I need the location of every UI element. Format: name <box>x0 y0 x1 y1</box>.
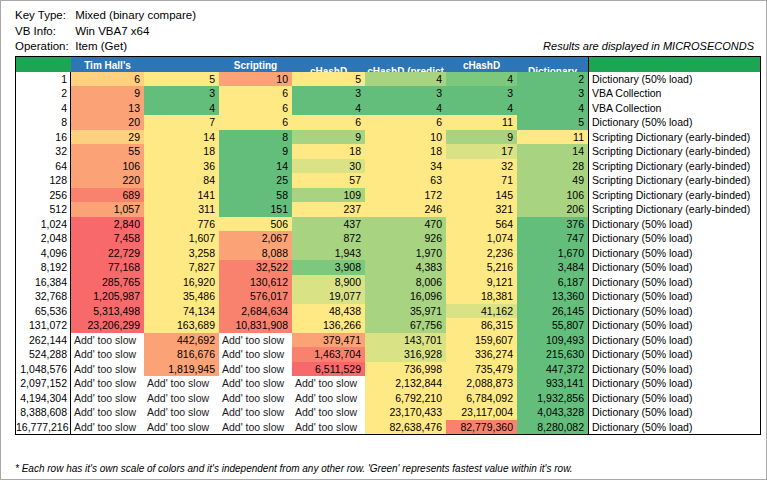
fastest-cell[interactable]: Dictionary (50% load) <box>588 260 760 275</box>
value-cell[interactable]: 8,006 <box>365 275 446 290</box>
value-cell[interactable]: 2,067 <box>219 231 292 246</box>
value-cell[interactable]: 10,831,908 <box>219 318 292 333</box>
value-cell[interactable]: 26,145 <box>517 304 588 319</box>
value-cell[interactable]: 16,096 <box>365 289 446 304</box>
value-cell[interactable]: 2,840 <box>71 217 144 232</box>
value-cell[interactable]: 13,360 <box>517 289 588 304</box>
fastest-cell[interactable]: Dictionary (50% load) <box>588 231 760 246</box>
value-cell[interactable]: 9 <box>219 144 292 159</box>
items-cell[interactable]: 524,288 <box>16 347 71 362</box>
value-cell[interactable]: Add' too slow <box>144 405 219 420</box>
value-cell[interactable]: 576,017 <box>219 289 292 304</box>
value-cell[interactable]: 41,162 <box>446 304 517 319</box>
fastest-cell[interactable]: Scripting Dictionary (early-binded) <box>588 159 760 174</box>
fastest-cell[interactable]: Dictionary (50% load) <box>588 376 760 391</box>
value-cell[interactable]: 2,684,634 <box>219 304 292 319</box>
value-cell[interactable]: 1,932,856 <box>517 391 588 406</box>
value-cell[interactable]: 321 <box>446 202 517 217</box>
value-cell[interactable]: 3 <box>144 86 219 101</box>
value-cell[interactable]: Add' too slow <box>144 420 219 435</box>
value-cell[interactable]: 1,819,945 <box>144 362 219 377</box>
value-cell[interactable]: 3 <box>292 86 365 101</box>
items-cell[interactable]: 8 <box>16 115 71 130</box>
value-cell[interactable]: Add' too slow <box>71 362 144 377</box>
value-cell[interactable]: 10 <box>365 130 446 145</box>
value-cell[interactable]: 3,258 <box>144 246 219 261</box>
value-cell[interactable]: 55,807 <box>517 318 588 333</box>
value-cell[interactable]: 2 <box>517 72 588 87</box>
value-cell[interactable]: 71 <box>446 173 517 188</box>
value-cell[interactable]: 151 <box>219 202 292 217</box>
value-cell[interactable]: 7,458 <box>71 231 144 246</box>
fastest-cell[interactable]: Scripting Dictionary (early-binded) <box>588 130 760 145</box>
fastest-cell[interactable]: Dictionary (50% load) <box>588 333 760 348</box>
value-cell[interactable]: 3 <box>446 86 517 101</box>
value-cell[interactable]: 77,168 <box>71 260 144 275</box>
value-cell[interactable]: 35,486 <box>144 289 219 304</box>
value-cell[interactable]: 1,057 <box>71 202 144 217</box>
value-cell[interactable]: Add' too slow <box>219 420 292 435</box>
items-cell[interactable]: 2,097,152 <box>16 376 71 391</box>
value-cell[interactable]: 285,765 <box>71 275 144 290</box>
value-cell[interactable]: Add' too slow <box>292 376 365 391</box>
items-cell[interactable]: 1,024 <box>16 217 71 232</box>
value-cell[interactable]: 246 <box>365 202 446 217</box>
value-cell[interactable]: 5 <box>144 72 219 87</box>
value-cell[interactable]: 14 <box>144 130 219 145</box>
value-cell[interactable]: Add' too slow <box>71 405 144 420</box>
value-cell[interactable]: 4 <box>446 101 517 116</box>
items-cell[interactable]: 4,096 <box>16 246 71 261</box>
value-cell[interactable]: 145 <box>446 188 517 203</box>
value-cell[interactable]: 6,784,092 <box>446 391 517 406</box>
value-cell[interactable]: 872 <box>292 231 365 246</box>
value-cell[interactable]: 776 <box>144 217 219 232</box>
value-cell[interactable]: 5 <box>292 72 365 87</box>
value-cell[interactable]: Add' too slow <box>219 347 292 362</box>
value-cell[interactable]: 736,998 <box>365 362 446 377</box>
fastest-cell[interactable]: VBA Collection <box>588 86 760 101</box>
value-cell[interactable]: 11 <box>446 115 517 130</box>
value-cell[interactable]: 8,900 <box>292 275 365 290</box>
fastest-cell[interactable]: Dictionary (50% load) <box>588 217 760 232</box>
value-cell[interactable]: Add' too slow <box>71 347 144 362</box>
fastest-cell[interactable]: Scripting Dictionary (early-binded) <box>588 144 760 159</box>
value-cell[interactable]: 735,479 <box>446 362 517 377</box>
value-cell[interactable]: 82,638,476 <box>365 420 446 435</box>
value-cell[interactable]: Add' too slow <box>71 376 144 391</box>
fastest-cell[interactable]: Dictionary (50% load) <box>588 289 760 304</box>
items-cell[interactable]: 65,536 <box>16 304 71 319</box>
value-cell[interactable]: 2,236 <box>446 246 517 261</box>
value-cell[interactable]: 926 <box>365 231 446 246</box>
value-cell[interactable]: 442,692 <box>144 333 219 348</box>
value-cell[interactable]: 9 <box>71 86 144 101</box>
fastest-cell[interactable]: Dictionary (50% load) <box>588 347 760 362</box>
value-cell[interactable]: 1,205,987 <box>71 289 144 304</box>
items-cell[interactable]: 32 <box>16 144 71 159</box>
items-cell[interactable]: 512 <box>16 202 71 217</box>
items-cell[interactable]: 32,768 <box>16 289 71 304</box>
value-cell[interactable]: 57 <box>292 173 365 188</box>
value-cell[interactable]: 4 <box>292 101 365 116</box>
value-cell[interactable]: 106 <box>517 188 588 203</box>
value-cell[interactable]: 1,670 <box>517 246 588 261</box>
value-cell[interactable]: 32,522 <box>219 260 292 275</box>
value-cell[interactable]: 506 <box>219 217 292 232</box>
value-cell[interactable]: 4 <box>365 72 446 87</box>
fastest-cell[interactable]: Dictionary (50% load) <box>588 275 760 290</box>
items-cell[interactable]: 131,072 <box>16 318 71 333</box>
value-cell[interactable]: 6,511,529 <box>292 362 365 377</box>
value-cell[interactable]: 163,689 <box>144 318 219 333</box>
fastest-cell[interactable]: Dictionary (50% load) <box>588 391 760 406</box>
items-cell[interactable]: 16,777,216 <box>16 420 71 435</box>
value-cell[interactable]: 18,381 <box>446 289 517 304</box>
value-cell[interactable]: 5 <box>517 115 588 130</box>
value-cell[interactable]: 816,676 <box>144 347 219 362</box>
value-cell[interactable]: 30 <box>292 159 365 174</box>
value-cell[interactable]: 1,463,704 <box>292 347 365 362</box>
items-cell[interactable]: 262,144 <box>16 333 71 348</box>
value-cell[interactable]: 159,607 <box>446 333 517 348</box>
value-cell[interactable]: 6 <box>365 115 446 130</box>
value-cell[interactable]: 8,088 <box>219 246 292 261</box>
value-cell[interactable]: 4 <box>446 72 517 87</box>
fastest-cell[interactable]: Dictionary (50% load) <box>588 420 760 435</box>
